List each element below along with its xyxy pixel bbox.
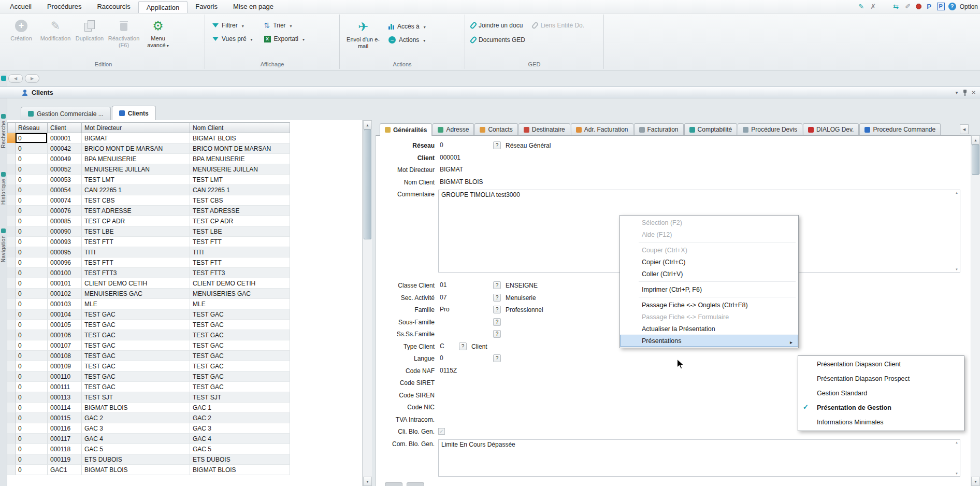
cell[interactable]: 0 bbox=[16, 351, 48, 361]
scrollbar-thumb[interactable] bbox=[972, 145, 979, 175]
cell[interactable]: 000100 bbox=[48, 268, 82, 278]
cell[interactable]: MENUISERIE JUILLAN bbox=[82, 164, 190, 175]
help-icon[interactable]: ? bbox=[948, 3, 956, 10]
cell[interactable]: TEST CP ADR bbox=[190, 216, 290, 226]
cell[interactable]: CLIENT DEMO CETIH bbox=[190, 278, 290, 289]
cell[interactable]: 0 bbox=[16, 340, 48, 351]
column-header-client[interactable]: Client bbox=[48, 122, 82, 133]
cell[interactable]: TEST GAC bbox=[82, 361, 190, 371]
row-selector[interactable] bbox=[7, 195, 16, 206]
cell[interactable]: 0 bbox=[16, 465, 48, 475]
scroll-down-icon[interactable]: ▼ bbox=[363, 477, 372, 486]
submenu-item-pr-sentation-de-gestion[interactable]: Présentation de Gestion bbox=[798, 401, 964, 415]
table-row[interactable]: 0000054CAN 22265 1CAN 22265 1 bbox=[7, 185, 362, 195]
cell[interactable]: 000076 bbox=[48, 206, 82, 216]
input-nom-client[interactable]: BIGMAT BLOIS bbox=[438, 178, 493, 186]
cell[interactable]: 0 bbox=[16, 144, 48, 154]
cell[interactable]: 0 bbox=[16, 154, 48, 164]
scrollbar-track[interactable] bbox=[363, 239, 372, 477]
cell[interactable]: 0 bbox=[16, 278, 48, 289]
cell[interactable]: TEST LBE bbox=[82, 226, 190, 237]
cell[interactable]: TEST SJT bbox=[82, 392, 190, 403]
table-row[interactable]: 0000119ETS DUBOISETS DUBOIS bbox=[7, 454, 362, 465]
cell[interactable]: TEST GAC bbox=[82, 351, 190, 361]
cell[interactable]: 000054 bbox=[48, 185, 82, 195]
submenu-item-informations-minimales[interactable]: Informations Minimales bbox=[798, 415, 964, 430]
cell[interactable]: BRICO MONT DE MARSAN bbox=[82, 144, 190, 154]
cell[interactable]: TEST FTT bbox=[82, 237, 190, 247]
row-selector[interactable] bbox=[7, 154, 16, 164]
submenu-item-pr-sentation-diapason-prospect[interactable]: Présentation Diapason Prospect bbox=[798, 371, 964, 386]
detail-tab-adr-facturation[interactable]: Adr. Facturation bbox=[571, 123, 633, 135]
form-scrollbar[interactable]: ▲ ▼ bbox=[971, 135, 980, 486]
cell[interactable]: 000090 bbox=[48, 226, 82, 237]
checkbox-cli-blo-gen[interactable] bbox=[438, 428, 445, 435]
side-tab-navigation[interactable]: Navigation bbox=[1, 228, 6, 262]
cell[interactable]: TEST GAC bbox=[82, 382, 190, 392]
submenu-item-gestion-standard[interactable]: Gestion Standard bbox=[798, 386, 964, 401]
menu-item-coller-ctrl-v[interactable]: Coller (Ctrl+V) bbox=[620, 268, 798, 280]
menu-item-copier-ctrl-c[interactable]: Copier (Ctrl+C) bbox=[620, 256, 798, 268]
cell[interactable]: 000074 bbox=[48, 195, 82, 206]
row-selector[interactable] bbox=[7, 423, 16, 434]
cell[interactable]: 0 bbox=[16, 371, 48, 382]
cell[interactable]: BIGMAT BLOIS bbox=[190, 465, 290, 475]
row-selector[interactable] bbox=[7, 340, 16, 351]
cell[interactable]: BRICO MONT DE MARSAN bbox=[190, 144, 290, 154]
preset-views-button[interactable]: Vues pré bbox=[212, 35, 253, 42]
table-row[interactable]: 0000105TEST GACTEST GAC bbox=[7, 320, 362, 330]
cell[interactable]: 000108 bbox=[48, 351, 82, 361]
input-r-seau[interactable]: 0 bbox=[438, 141, 493, 149]
pin-icon[interactable] bbox=[963, 90, 967, 96]
row-selector[interactable] bbox=[7, 216, 16, 226]
table-row[interactable]: 0GAC1BIGMAT BLOISBIGMAT BLOIS bbox=[7, 465, 362, 475]
row-selector[interactable] bbox=[7, 299, 16, 309]
cell[interactable]: TEST ADRESSE bbox=[190, 206, 290, 216]
table-row[interactable]: 0000111TEST GACTEST GAC bbox=[7, 382, 362, 392]
cell[interactable]: TEST GAC bbox=[190, 320, 290, 330]
row-selector[interactable] bbox=[7, 403, 16, 413]
send-email-button[interactable]: ✈ Envoi d'un e-mail bbox=[343, 19, 383, 49]
table-row[interactable]: 0000116GAC 3GAC 3 bbox=[7, 423, 362, 434]
cell[interactable]: GAC 3 bbox=[190, 423, 290, 434]
row-selector[interactable] bbox=[7, 206, 16, 216]
input-tva-intracom[interactable] bbox=[438, 415, 493, 416]
edit-icon[interactable]: ✎ bbox=[857, 3, 866, 10]
close-icon[interactable]: ✕ bbox=[972, 90, 976, 95]
cell[interactable]: TEST GAC bbox=[82, 371, 190, 382]
table-row[interactable]: 0000042BRICO MONT DE MARSANBRICO MONT DE… bbox=[7, 144, 362, 154]
cell[interactable]: 000117 bbox=[48, 434, 82, 444]
input-code-siret[interactable] bbox=[438, 378, 493, 379]
lookup-button[interactable] bbox=[493, 281, 501, 289]
row-selector[interactable] bbox=[7, 247, 16, 258]
ged-documents-button[interactable]: Documents GED bbox=[471, 36, 603, 44]
cell[interactable]: TEST GAC bbox=[82, 309, 190, 320]
side-tab-recherche[interactable]: Recherche bbox=[1, 114, 6, 148]
row-selector[interactable] bbox=[7, 226, 16, 237]
cell[interactable]: TEST GAC bbox=[82, 320, 190, 330]
sync-icon[interactable]: ⇆ bbox=[892, 3, 900, 10]
table-row[interactable]: 0000100TEST FTT3TEST FTT3 bbox=[7, 268, 362, 278]
row-selector[interactable] bbox=[7, 351, 16, 361]
cell[interactable]: 000118 bbox=[48, 444, 82, 454]
menu-item-application[interactable]: Application bbox=[138, 1, 188, 13]
cell[interactable]: 0 bbox=[16, 299, 48, 309]
detail-tab-adresse[interactable]: Adresse bbox=[433, 123, 474, 135]
cell[interactable]: GAC 1 bbox=[190, 403, 290, 413]
menu-item-actualiser-la-pr-sentation[interactable]: Actualiser la Présentation bbox=[620, 323, 798, 335]
cell[interactable]: TEST GAC bbox=[190, 330, 290, 340]
cell[interactable]: 0 bbox=[16, 444, 48, 454]
cell[interactable]: 0 bbox=[16, 133, 48, 144]
grid-corner-cell[interactable] bbox=[7, 122, 16, 133]
row-selector[interactable] bbox=[7, 320, 16, 330]
detail-tab-dialog-dev[interactable]: DIALOG Dev. bbox=[803, 123, 859, 135]
row-selector[interactable] bbox=[7, 133, 16, 144]
cell[interactable]: 000110 bbox=[48, 371, 82, 382]
advanced-menu-button[interactable]: ⚙ Menu avancé bbox=[141, 18, 175, 48]
table-row[interactable]: 0000117GAC 4GAC 4 bbox=[7, 434, 362, 444]
table-row[interactable]: 0000076TEST ADRESSETEST ADRESSE bbox=[7, 206, 362, 216]
cell[interactable]: MENUISERIES GAC bbox=[82, 289, 190, 299]
table-row[interactable]: 0000106TEST GACTEST GAC bbox=[7, 330, 362, 340]
cell[interactable]: 000093 bbox=[48, 237, 82, 247]
cell[interactable]: 000101 bbox=[48, 278, 82, 289]
